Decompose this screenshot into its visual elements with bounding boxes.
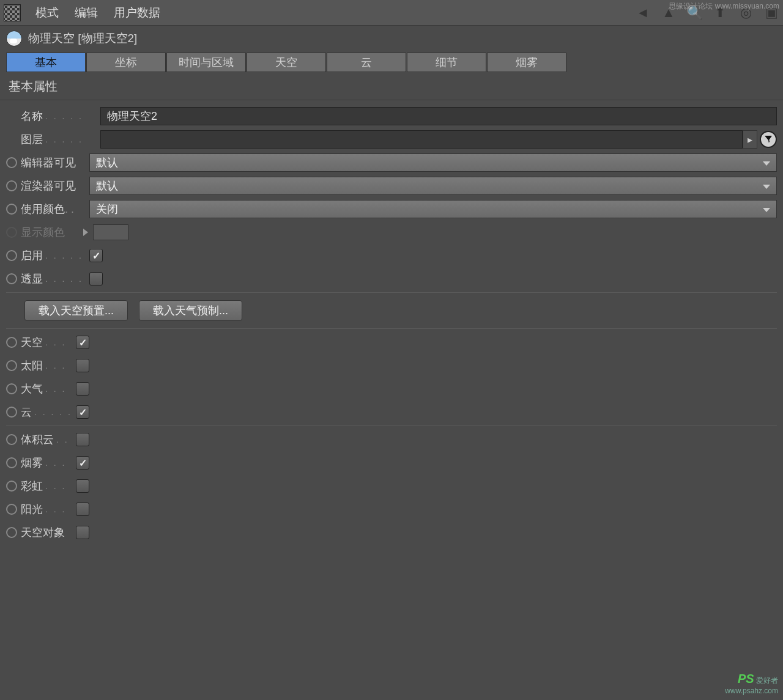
anim-dot-render-vis[interactable] [6, 180, 17, 191]
divider [6, 292, 777, 293]
dropdown-editor-vis[interactable]: 默认 [89, 153, 777, 172]
divider [6, 328, 777, 329]
physical-sky-icon [6, 31, 22, 46]
checkbox-sun[interactable] [76, 359, 89, 372]
app-icon[interactable] [4, 4, 21, 21]
input-layer[interactable] [100, 130, 743, 149]
menu-edit[interactable]: 编辑 [73, 2, 99, 23]
label-fog: 烟雾 . . . [21, 455, 76, 470]
checkbox-xray[interactable] [89, 272, 103, 286]
anim-dot-cloud[interactable] [6, 407, 17, 418]
checkbox-rainbow[interactable] [76, 479, 89, 493]
label-name: 名称. . . . . [21, 109, 100, 123]
anim-dot-xray[interactable] [6, 273, 17, 284]
tab-fog[interactable]: 烟雾 [487, 53, 566, 72]
object-title: 物理天空 [物理天空2] [28, 31, 137, 46]
dropdown-render-vis[interactable]: 默认 [89, 177, 777, 195]
label-show-color: 显示颜色 [21, 225, 80, 240]
label-use-color: 使用颜色 . . [21, 202, 89, 216]
label-cloud: 云 . . . . . [21, 405, 76, 419]
checkbox-enable[interactable] [89, 249, 103, 262]
anim-dot-atmos[interactable] [6, 383, 17, 394]
section-basic-props: 基本属性 [0, 72, 783, 100]
anim-dot-volcloud[interactable] [6, 434, 17, 445]
tab-sky[interactable]: 天空 [247, 53, 326, 72]
anim-dot-editor-vis[interactable] [6, 157, 17, 168]
anim-dot-sunlight[interactable] [6, 504, 17, 515]
label-atmos: 大气 . . . [21, 381, 76, 396]
anim-dot-fog[interactable] [6, 457, 17, 468]
label-render-vis: 渲染器可见 [21, 179, 89, 193]
dropdown-use-color[interactable]: 关闭 [89, 200, 777, 218]
nav-back-icon[interactable]: ◄ [635, 5, 651, 21]
menubar: 模式 编辑 用户数据 ◄ ▲ 🔍 ⬆ ◎ ▣ [0, 0, 783, 26]
tab-basic[interactable]: 基本 [6, 53, 86, 72]
label-editor-vis: 编辑器可见 [21, 155, 89, 170]
label-enable: 启用 . . . . . [21, 248, 89, 263]
tab-bar: 基本 坐标 时间与区域 天空 云 细节 烟雾 [0, 53, 783, 72]
anim-dot-skyobj[interactable] [6, 527, 17, 538]
label-volcloud: 体积云 . . [21, 432, 76, 447]
label-skyobj: 天空对象 [21, 525, 76, 540]
anim-dot-sky[interactable] [6, 337, 17, 348]
object-header: 物理天空 [物理天空2] [0, 26, 783, 53]
label-rainbow: 彩虹 . . . [21, 479, 76, 493]
menu-userdata[interactable]: 用户数据 [113, 2, 161, 23]
label-xray: 透显 . . . . . . . [21, 271, 89, 286]
checkbox-atmos[interactable] [76, 382, 89, 396]
anim-dot-enable[interactable] [6, 250, 17, 261]
divider [6, 426, 777, 426]
properties-panel: 名称. . . . . 物理天空2 图层. . . . . ▸ 编辑器可见 默认… [0, 100, 783, 548]
input-name[interactable]: 物理天空2 [100, 107, 777, 125]
anim-dot-sun[interactable] [6, 360, 17, 371]
tab-time[interactable]: 时间与区域 [166, 53, 246, 72]
checkbox-fog[interactable] [76, 456, 89, 470]
tab-detail[interactable]: 细节 [407, 53, 486, 72]
load-weather-preset-button[interactable]: 载入天气预制... [139, 300, 242, 321]
menu-mode[interactable]: 模式 [34, 2, 60, 23]
watermark-bottom: PS 爱好者 www.psahz.com [725, 671, 778, 696]
checkbox-volcloud[interactable] [76, 433, 89, 446]
label-sky: 天空 . . . [21, 335, 76, 350]
label-sunlight: 阳光 . . . [21, 502, 76, 517]
tab-cloud[interactable]: 云 [327, 53, 406, 72]
checkbox-skyobj[interactable] [76, 526, 89, 539]
layer-picker-icon[interactable] [760, 131, 777, 148]
layer-expand-icon[interactable]: ▸ [743, 130, 757, 149]
label-sun: 太阳 . . . [21, 358, 76, 373]
anim-dot-rainbow[interactable] [6, 481, 17, 492]
checkbox-cloud[interactable] [76, 405, 89, 419]
anim-dot-use-color[interactable] [6, 204, 17, 215]
watermark-top: 思缘设计论坛 www.missyuan.com [669, 1, 779, 12]
tab-coord[interactable]: 坐标 [86, 53, 166, 72]
load-sky-preset-button[interactable]: 载入天空预置... [24, 300, 128, 321]
checkbox-sky[interactable] [76, 336, 89, 349]
color-swatch[interactable] [93, 224, 128, 240]
anim-dot-show-color [6, 227, 17, 238]
checkbox-sunlight[interactable] [76, 503, 89, 516]
expand-color-icon[interactable] [83, 229, 88, 236]
label-layer: 图层. . . . . [21, 132, 100, 147]
